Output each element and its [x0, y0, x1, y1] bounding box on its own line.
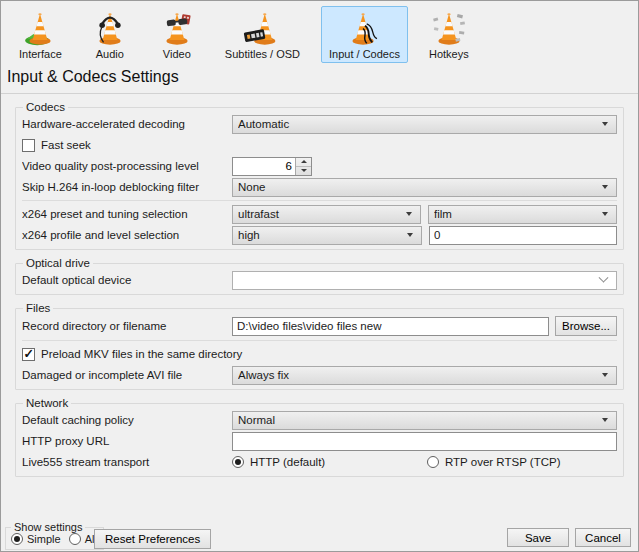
show-settings-all-option[interactable]: All — [69, 533, 97, 545]
codecs-group: Codecs Hardware-accelerated decoding Aut… — [15, 101, 624, 250]
optical-device-combobox[interactable] — [232, 271, 617, 290]
optical-drive-group: Optical drive Default optical device — [15, 257, 624, 295]
vlc-cone-video-icon — [158, 10, 196, 47]
http-proxy-label: HTTP proxy URL — [22, 435, 232, 447]
vlc-cone-audio-icon — [91, 10, 129, 47]
spin-down-button[interactable] — [296, 167, 311, 175]
cancel-button[interactable]: Cancel — [575, 528, 631, 547]
x264-level-input[interactable] — [429, 226, 617, 245]
tab-label: Interface — [19, 48, 62, 60]
hardware-decoding-select[interactable]: Automatic — [232, 115, 617, 134]
x264-preset-select[interactable]: ultrafast — [232, 205, 421, 224]
skip-deblocking-label: Skip H.264 in-loop deblocking filter — [22, 181, 232, 193]
fast-seek-checkbox[interactable] — [22, 139, 35, 152]
record-directory-label: Record directory or filename — [22, 320, 232, 332]
show-settings-simple-option[interactable]: Simple — [11, 533, 61, 545]
x264-tune-select[interactable]: film — [428, 205, 617, 224]
files-group-title: Files — [23, 302, 53, 314]
tab-video[interactable]: Video — [150, 6, 204, 63]
tab-audio[interactable]: Audio — [83, 6, 137, 63]
live555-http-option[interactable]: HTTP (default) — [232, 456, 427, 468]
codecs-group-title: Codecs — [23, 101, 68, 113]
record-directory-row: Record directory or filename Browse... — [22, 315, 617, 337]
live555-rtp-option[interactable]: RTP over RTSP (TCP) — [427, 456, 560, 468]
dropdown-arrow-icon — [602, 418, 608, 422]
avi-repair-select[interactable]: Always fix — [232, 366, 617, 385]
x264-profile-row: x264 profile and level selection high — [22, 225, 617, 245]
tab-label: Audio — [96, 48, 124, 60]
skip-deblocking-row: Skip H.264 in-loop deblocking filter Non… — [22, 177, 617, 197]
hardware-decoding-label: Hardware-accelerated decoding — [22, 118, 232, 130]
all-radio[interactable] — [69, 533, 81, 545]
live555-http-radio[interactable] — [232, 456, 244, 468]
tab-label: Subtitles / OSD — [225, 48, 300, 60]
caching-policy-select[interactable]: Normal — [232, 411, 617, 430]
save-button[interactable]: Save — [507, 528, 569, 547]
vlc-cone-interface-icon — [21, 10, 59, 47]
title-separator — [1, 93, 638, 94]
record-directory-input[interactable] — [232, 317, 549, 336]
dropdown-arrow-icon — [602, 122, 608, 126]
x264-preset-row: x264 preset and tuning selection ultrafa… — [22, 204, 617, 224]
dropdown-arrow-icon — [602, 373, 608, 377]
tab-interface[interactable]: Interface — [11, 6, 70, 63]
simple-label: Simple — [27, 533, 61, 545]
tab-label: Input / Codecs — [329, 48, 400, 60]
show-settings-title: Show settings — [11, 521, 85, 533]
spin-up-button[interactable] — [296, 158, 311, 167]
tab-label: Hotkeys — [429, 48, 469, 60]
live555-transport-row: Live555 stream transport HTTP (default) … — [22, 452, 617, 472]
optical-drive-group-title: Optical drive — [23, 257, 93, 269]
simple-radio[interactable] — [11, 533, 23, 545]
live555-rtp-label: RTP over RTSP (TCP) — [445, 456, 560, 468]
category-toolbar: Interface Audio — [1, 1, 638, 61]
vlc-cone-input-codecs-icon — [345, 10, 383, 47]
live555-transport-label: Live555 stream transport — [22, 456, 232, 468]
skip-deblocking-select[interactable]: None — [232, 178, 617, 197]
dropdown-arrow-icon — [602, 212, 608, 216]
tab-input-codecs[interactable]: Input / Codecs — [321, 6, 408, 63]
arrow-up-icon — [301, 160, 307, 163]
postprocessing-row: Video quality post-processing level — [22, 156, 617, 176]
files-group: Files Record directory or filename Brows… — [15, 302, 624, 390]
live555-rtp-radio[interactable] — [427, 456, 439, 468]
live555-http-label: HTTP (default) — [250, 456, 325, 468]
x264-profile-select[interactable]: high — [232, 226, 422, 245]
codecs-separator — [22, 200, 617, 201]
http-proxy-row: HTTP proxy URL — [22, 431, 617, 451]
files-separator — [22, 340, 617, 341]
postprocessing-spinner[interactable] — [232, 157, 312, 176]
postprocessing-value[interactable] — [233, 158, 295, 175]
avi-repair-row: Damaged or incomplete AVI file Always fi… — [22, 365, 617, 385]
dropdown-arrow-icon — [407, 233, 413, 237]
x264-preset-label: x264 preset and tuning selection — [22, 208, 232, 220]
preload-mkv-checkbox[interactable] — [22, 348, 35, 361]
preload-mkv-label: Preload MKV files in the same directory — [41, 348, 242, 360]
caching-policy-label: Default caching policy — [22, 414, 232, 426]
network-group: Network Default caching policy Normal HT… — [15, 397, 624, 477]
dropdown-arrow-icon — [406, 212, 412, 216]
http-proxy-input[interactable] — [232, 432, 617, 451]
vlc-simple-preferences-window: Interface Audio — [0, 0, 639, 552]
browse-button[interactable]: Browse... — [555, 316, 617, 336]
network-group-title: Network — [23, 397, 71, 409]
postprocessing-label: Video quality post-processing level — [22, 160, 232, 172]
page-title: Input & Codecs Settings — [1, 61, 638, 93]
tab-label: Video — [163, 48, 191, 60]
chevron-down-icon — [599, 272, 609, 282]
tab-subtitles-osd[interactable]: Subtitles / OSD — [217, 6, 308, 63]
arrow-down-icon — [301, 169, 307, 172]
hardware-decoding-row: Hardware-accelerated decoding Automatic — [22, 114, 617, 134]
reset-preferences-button[interactable]: Reset Preferences — [94, 529, 211, 549]
dropdown-arrow-icon — [602, 185, 608, 189]
show-settings-group: Show settings Simple All — [5, 521, 104, 550]
tab-hotkeys[interactable]: Hotkeys — [421, 6, 477, 63]
fast-seek-row: Fast seek — [22, 135, 617, 155]
vlc-cone-hotkeys-icon — [430, 10, 468, 47]
fast-seek-label: Fast seek — [41, 139, 91, 151]
optical-device-label: Default optical device — [22, 274, 232, 286]
vlc-cone-subtitles-icon — [243, 10, 281, 47]
caching-policy-row: Default caching policy Normal — [22, 410, 617, 430]
x264-profile-label: x264 profile and level selection — [22, 229, 232, 241]
preload-mkv-row: Preload MKV files in the same directory — [22, 344, 617, 364]
